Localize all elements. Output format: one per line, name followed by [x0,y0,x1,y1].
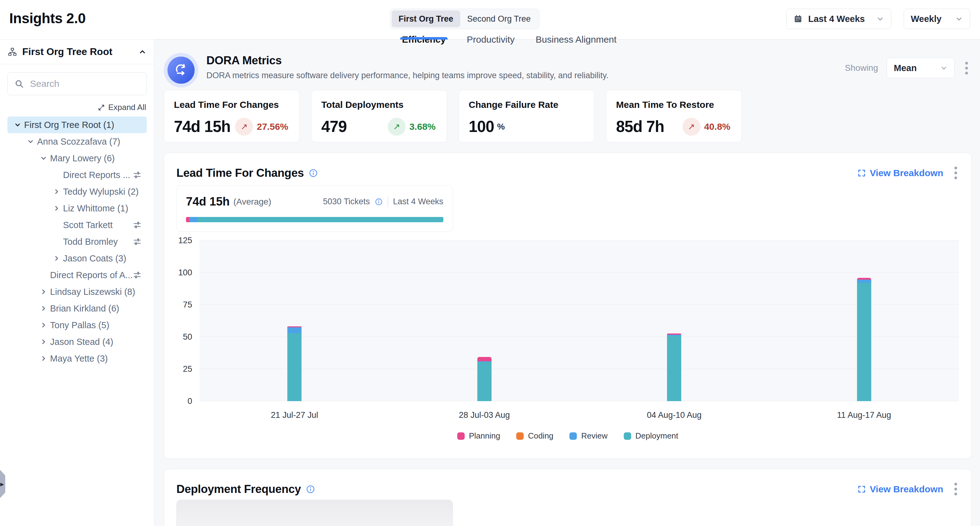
chevron-right-icon[interactable] [40,321,50,329]
tree-item[interactable]: Tony Pallas (5) [7,317,147,333]
tree-item-label: Mary Lowery (6) [50,153,115,164]
legend-item-coding[interactable]: Coding [516,431,553,441]
tree-item[interactable]: Scott Tarkett [7,217,147,233]
info-icon[interactable] [306,485,315,494]
metric-label: Lead Time For Changes [174,99,290,110]
tab-label: Productivity [467,34,515,45]
expand-all-button[interactable]: Expand All [98,103,146,112]
tree-item[interactable]: Maya Yette (3) [7,350,147,367]
chevron-right-icon[interactable] [40,354,50,362]
stacked-bar [477,357,492,402]
tree-item[interactable]: Jason Stead (4) [7,333,147,350]
phase-breakdown-bar [186,217,443,222]
chevron-right-icon[interactable] [52,254,63,262]
tree-item-label: Scott Tarkett [63,220,113,230]
bar-segment-planning [477,357,492,362]
chevron-down-icon[interactable] [14,121,24,129]
x-tick-label: 11 Aug-17 Aug [769,410,959,420]
org-chart-icon [7,47,17,57]
bar-segment-review [287,327,302,333]
kebab-menu-icon[interactable] [953,481,959,497]
tree-item[interactable]: Lindsay Liszewski (8) [7,284,147,300]
tree-item[interactable]: Direct Reports of A... [7,267,147,284]
meta-divider [388,196,388,207]
chevron-down-icon[interactable] [40,154,50,162]
bar-slot [769,241,959,401]
chevron-right-icon[interactable] [40,304,50,312]
toggle-first-org-tree[interactable]: First Org Tree [392,11,460,27]
bar-segment-deployment [667,336,681,401]
tree-item-label: Maya Yette (3) [50,354,108,364]
granularity-select[interactable]: Weekly [904,9,970,29]
kebab-menu-icon[interactable] [953,165,959,181]
tree-item[interactable]: Jason Coats (3) [7,250,147,267]
trend-up-icon: ↗ [388,118,406,135]
page-title: Insights 2.0 [9,10,86,27]
filter-sliders-icon[interactable] [132,237,142,246]
metric-card-mean-time-to-restore: Mean Time To Restore 85d 7h ↗ 40.8% [606,90,742,142]
metric-card-change-failure-rate: Change Failure Rate 100 % [458,90,594,142]
chart-legend: PlanningCodingReviewDeployment [177,431,959,441]
topbar-controls: Last 4 Weeks Weekly [786,9,970,29]
x-tick-label: 04 Aug-10 Aug [579,410,769,420]
view-breakdown-link[interactable]: View Breakdown [858,168,943,179]
stacked-bar [287,326,302,401]
tree-item-label: Jason Stead (4) [50,337,113,347]
toggle-second-org-tree[interactable]: Second Org Tree [460,11,538,27]
top-bar: Insights 2.0 First Org Tree Second Org T… [0,0,980,40]
dora-title: DORA Metrics [206,54,609,67]
bar-segment-review [857,280,871,283]
tree-item[interactable]: Teddy Wylupski (2) [7,183,147,200]
tree-item[interactable]: Todd Bromley [7,233,147,250]
bar-segment-deployment [857,283,871,401]
tree-item-label: Teddy Wylupski (2) [63,186,139,197]
view-breakdown-link[interactable]: View Breakdown [858,484,943,494]
legend-label: Planning [469,431,500,441]
view-breakdown-label: View Breakdown [870,484,943,494]
metric-value: 74d 15h [174,118,231,135]
play-icon: ▶ [0,482,4,486]
legend-item-review[interactable]: Review [570,431,608,441]
chevron-right-icon[interactable] [52,204,63,212]
tree-item[interactable]: Liz Whittome (1) [7,200,147,217]
tree-item[interactable]: Anna Scozzafava (7) [7,133,147,150]
bar-slot [390,241,580,401]
chevron-right-icon[interactable] [52,188,63,196]
trend-up-icon: ↗ [682,118,700,135]
tree-item[interactable]: Mary Lowery (6) [7,150,147,167]
phase-segment-planning [186,217,189,222]
kebab-menu-icon[interactable] [963,60,970,77]
chevron-right-icon[interactable] [40,338,50,346]
date-range-value: Last 4 Weeks [808,14,865,24]
tree-item[interactable]: Brian Kirkland (6) [7,300,147,317]
tree-item[interactable]: Direct Reports ... [7,167,147,183]
filter-sliders-icon[interactable] [132,170,142,180]
showing-mean-select[interactable]: Mean [887,58,955,78]
chevron-right-icon[interactable] [40,288,50,296]
filter-sliders-icon[interactable] [132,270,142,280]
chevron-down-icon [955,15,963,23]
filter-sliders-icon[interactable] [132,220,142,230]
legend-item-deployment[interactable]: Deployment [624,431,678,441]
search-input[interactable] [29,78,140,89]
lead-time-chart: 0255075100125 [177,241,959,401]
bar-slot [200,241,390,401]
info-icon[interactable] [309,169,318,178]
chevron-up-icon[interactable] [138,48,147,56]
y-tick-label: 25 [183,364,192,374]
legend-item-planning[interactable]: Planning [457,431,500,441]
average-label: (Average) [234,197,271,207]
stacked-bar [857,278,871,401]
legend-swatch [457,432,465,440]
date-range-select[interactable]: Last 4 Weeks [786,9,891,29]
metric-label: Change Failure Rate [469,99,584,110]
info-icon[interactable] [375,198,383,206]
tree-item-label: Lindsay Liszewski (8) [50,287,135,297]
metric-cards: Lead Time For Changes 74d 15h ↗ 27.56% T… [164,90,972,142]
tickets-count: 5030 Tickets [323,197,370,206]
metric-value: 100 [469,118,494,135]
tree-item-label: Tony Pallas (5) [50,320,109,330]
x-tick-label: 28 Jul-03 Aug [390,410,580,420]
chevron-down-icon[interactable] [27,137,37,145]
tree-item[interactable]: First Org Tree Root (1) [7,116,147,133]
